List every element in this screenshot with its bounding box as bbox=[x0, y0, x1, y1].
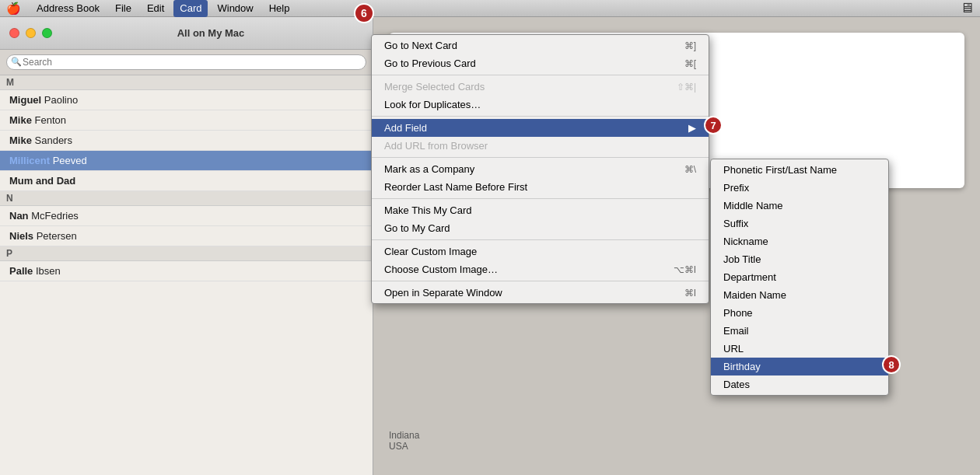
menu-merge-cards[interactable]: Merge Selected Cards ⇧⌘| bbox=[372, 78, 709, 96]
menubar: 🍎 Address Book File Edit Card Window Hel… bbox=[0, 0, 980, 17]
submenu-department[interactable]: Department bbox=[711, 268, 888, 286]
window-titlebar: All on My Mac bbox=[0, 17, 373, 50]
menu-open-separate[interactable]: Open in Separate Window ⌘I bbox=[372, 284, 709, 303]
menu-make-my-card[interactable]: Make This My Card bbox=[372, 201, 709, 219]
first-name: Mike bbox=[9, 134, 32, 146]
search-bar: 🔍 bbox=[0, 50, 373, 75]
menu-mark-company[interactable]: Mark as a Company ⌘\ bbox=[372, 160, 709, 178]
contacts-list: M Miguel Paolino Mike Fenton Mike Sander… bbox=[0, 75, 373, 475]
submenu-url[interactable]: URL bbox=[711, 340, 888, 358]
section-header-m: M bbox=[0, 75, 373, 90]
submenu-middle-name[interactable]: Middle Name bbox=[711, 197, 888, 215]
separator-5 bbox=[372, 239, 709, 240]
menubar-addressbook[interactable]: Address Book bbox=[30, 0, 106, 17]
last-name: Sanders bbox=[35, 134, 72, 146]
first-name: Millicent bbox=[9, 155, 50, 166]
submenu-maiden-name[interactable]: Maiden Name bbox=[711, 286, 888, 304]
last-name: Peeved bbox=[53, 155, 87, 166]
contact-nan-mcfedries[interactable]: Nan McFedries bbox=[0, 206, 373, 226]
card-location2: USA bbox=[389, 441, 419, 452]
step-7-badge: 7 bbox=[704, 116, 723, 134]
submenu-dates[interactable]: Dates bbox=[711, 375, 888, 395]
last-name: Paolino bbox=[44, 94, 78, 106]
menu-clear-image[interactable]: Clear Custom Image bbox=[372, 243, 709, 260]
search-input[interactable] bbox=[6, 54, 366, 70]
first-name: Palle bbox=[9, 265, 33, 277]
menu-look-duplicates[interactable]: Look for Duplicates… bbox=[372, 96, 709, 114]
contact-mike-fenton[interactable]: Mike Fenton bbox=[0, 110, 373, 131]
contact-mike-sanders[interactable]: Mike Sanders bbox=[0, 131, 373, 151]
submenu-birthday[interactable]: Birthday 8 bbox=[711, 358, 888, 375]
submenu-job-title[interactable]: Job Title bbox=[711, 250, 888, 268]
last-name: Petersen bbox=[37, 230, 77, 242]
submenu-prefix[interactable]: Prefix bbox=[711, 179, 888, 197]
search-icon: 🔍 bbox=[11, 57, 22, 67]
submenu-phonetic[interactable]: Phonetic First/Last Name bbox=[711, 159, 888, 179]
separator-2 bbox=[372, 116, 709, 117]
sidebar: All on My Mac 🔍 M Miguel Paolino Mike Fe… bbox=[0, 17, 373, 475]
contact-miguel-paolino[interactable]: Miguel Paolino bbox=[0, 90, 373, 110]
apple-menu-icon[interactable]: 🍎 bbox=[6, 2, 21, 16]
step-6-badge: 6 bbox=[354, 3, 374, 23]
last-name: Fenton bbox=[35, 114, 66, 126]
menubar-help[interactable]: Help bbox=[263, 0, 296, 17]
contact-mum-and-dad[interactable]: Mum and Dad bbox=[0, 171, 373, 191]
close-button[interactable] bbox=[9, 28, 19, 38]
menubar-card[interactable]: Card bbox=[173, 0, 208, 17]
window-title: All on My Mac bbox=[58, 27, 363, 39]
first-name: Miguel bbox=[9, 94, 41, 106]
first-name: Mike bbox=[9, 114, 32, 126]
card-location: Indiana USA bbox=[389, 430, 419, 452]
separator-3 bbox=[372, 157, 709, 158]
zoom-button[interactable] bbox=[42, 28, 52, 38]
menu-go-to-prev-card[interactable]: Go to Previous Card ⌘[ bbox=[372, 54, 709, 72]
menu-go-to-next-card[interactable]: Go to Next Card ⌘] bbox=[372, 35, 709, 54]
last-name: Ibsen bbox=[36, 265, 61, 277]
first-name: Niels bbox=[9, 230, 33, 242]
menu-add-url[interactable]: Add URL from Browser bbox=[372, 137, 709, 155]
minimize-button[interactable] bbox=[26, 28, 36, 38]
separator-1 bbox=[372, 75, 709, 75]
first-name: Nan bbox=[9, 210, 29, 222]
add-field-submenu[interactable]: Phonetic First/Last Name Prefix Middle N… bbox=[710, 159, 889, 396]
menubar-file[interactable]: File bbox=[109, 0, 138, 17]
last-name: McFedries bbox=[31, 210, 79, 222]
contact-millicent-peeved[interactable]: Millicent Peeved bbox=[0, 151, 373, 171]
submenu-arrow-icon: ▶ bbox=[688, 122, 696, 134]
menu-go-to-my-card[interactable]: Go to My Card bbox=[372, 219, 709, 237]
card-dropdown-menu[interactable]: Go to Next Card ⌘] Go to Previous Card ⌘… bbox=[371, 34, 709, 304]
menubar-window[interactable]: Window bbox=[211, 0, 259, 17]
first-name: Mum and Dad bbox=[9, 175, 75, 187]
menubar-edit[interactable]: Edit bbox=[141, 0, 170, 17]
separator-6 bbox=[372, 281, 709, 281]
contact-palle-ibsen[interactable]: Palle Ibsen bbox=[0, 261, 373, 281]
card-location1: Indiana bbox=[389, 430, 419, 441]
menu-add-field[interactable]: Add Field 7 ▶ bbox=[372, 119, 709, 137]
section-header-p: P bbox=[0, 246, 373, 261]
app-window: All on My Mac 🔍 M Miguel Paolino Mike Fe… bbox=[0, 17, 980, 475]
submenu-suffix[interactable]: Suffix bbox=[711, 215, 888, 232]
menu-reorder-last-name[interactable]: Reorder Last Name Before First bbox=[372, 178, 709, 196]
submenu-phone[interactable]: Phone bbox=[711, 304, 888, 322]
step-8-badge: 8 bbox=[882, 355, 901, 374]
display-icon: 🖥 bbox=[960, 0, 974, 16]
submenu-nickname[interactable]: Nickname bbox=[711, 232, 888, 250]
contact-niels-petersen[interactable]: Niels Petersen bbox=[0, 226, 373, 246]
separator-4 bbox=[372, 198, 709, 199]
menu-choose-image[interactable]: Choose Custom Image… ⌥⌘I bbox=[372, 260, 709, 278]
section-header-n: N bbox=[0, 191, 373, 206]
submenu-email[interactable]: Email bbox=[711, 322, 888, 340]
